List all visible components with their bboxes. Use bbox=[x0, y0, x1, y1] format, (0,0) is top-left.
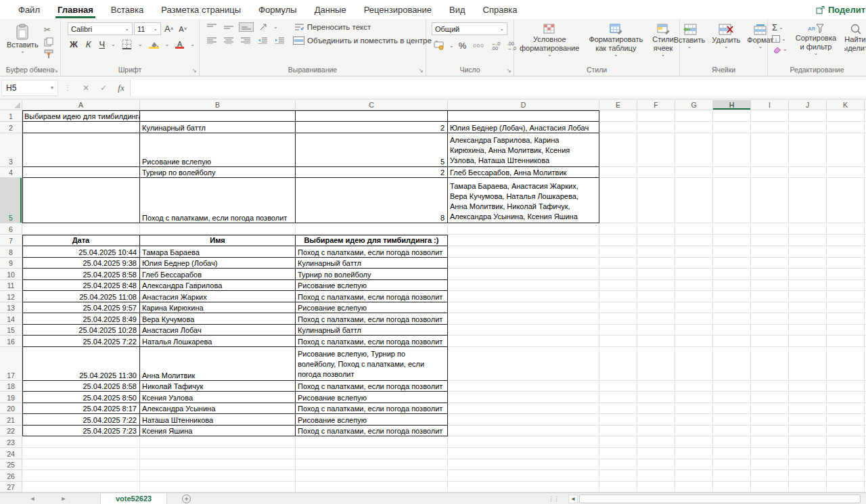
cell-d5[interactable]: Тамара Бараева, Анастасия Жарких, Вера К… bbox=[448, 178, 599, 223]
cell-d15[interactable] bbox=[448, 325, 599, 336]
cell-d19[interactable] bbox=[448, 392, 599, 403]
cell-c25[interactable] bbox=[296, 459, 448, 470]
col-header-d[interactable]: D bbox=[448, 100, 599, 110]
shrink-font-button[interactable]: А˅ bbox=[177, 24, 189, 34]
cell-a16[interactable]: 25.04.2025 7:22 bbox=[22, 336, 140, 347]
cell-c3[interactable]: 5 bbox=[296, 133, 448, 167]
cell-b27[interactable] bbox=[140, 482, 296, 492]
menu-tab-data[interactable]: Данные bbox=[306, 0, 355, 19]
cells-e9-k9[interactable] bbox=[599, 258, 866, 269]
row-header-16[interactable]: 16 bbox=[0, 336, 22, 347]
paste-button[interactable]: Вставить bbox=[4, 22, 41, 58]
cell-d2[interactable]: Юлия Беднер (Лобач), Анастасия Лобач bbox=[448, 122, 599, 133]
select-all-corner[interactable] bbox=[0, 100, 22, 110]
cells-e22-k22[interactable] bbox=[599, 426, 866, 436]
cell-a4[interactable] bbox=[22, 167, 140, 178]
col-header-i[interactable]: I bbox=[751, 100, 789, 110]
col-header-b[interactable]: B bbox=[140, 100, 296, 110]
borders-dropdown-icon[interactable] bbox=[138, 43, 143, 47]
cell-c16[interactable]: Поход с палатками, если погода позволит bbox=[296, 336, 448, 347]
underline-button[interactable]: Ч bbox=[97, 39, 107, 50]
cell-d20[interactable] bbox=[448, 403, 599, 414]
cell-a27[interactable] bbox=[22, 482, 140, 492]
cell-b8[interactable]: Тамара Бараева bbox=[140, 246, 296, 258]
accounting-format-icon[interactable] bbox=[432, 41, 447, 51]
number-format-select[interactable]: Общий bbox=[432, 22, 507, 35]
grow-font-button[interactable]: А˄ bbox=[162, 23, 175, 35]
cell-d24[interactable] bbox=[448, 448, 599, 459]
cells-e10-k10[interactable] bbox=[599, 269, 866, 280]
sort-filter-button[interactable]: АЯ Сортировкаи фильтр bbox=[793, 22, 839, 57]
cell-c17[interactable]: Рисование вслепую, Турнир по волейболу, … bbox=[296, 347, 448, 381]
row-header-21[interactable]: 21 bbox=[0, 414, 22, 426]
cell-c23[interactable] bbox=[296, 436, 448, 448]
row-header-10[interactable]: 10 bbox=[0, 269, 22, 280]
col-header-c[interactable]: C bbox=[296, 100, 448, 110]
cells-e6-k6[interactable] bbox=[599, 223, 866, 235]
cell-c10[interactable]: Турнир по волейболу bbox=[296, 269, 448, 280]
formula-input[interactable] bbox=[130, 80, 866, 96]
font-size-select[interactable]: 11 bbox=[134, 22, 161, 35]
cells-e8-k8[interactable] bbox=[599, 246, 866, 258]
cell-b1[interactable] bbox=[140, 110, 296, 122]
insert-cells-button[interactable]: Вставить bbox=[671, 22, 708, 50]
cell-a24[interactable] bbox=[22, 448, 140, 459]
cell-d26[interactable] bbox=[448, 470, 599, 482]
cell-a18[interactable]: 25.04.2025 8:58 bbox=[22, 381, 140, 392]
fill-color-dropdown-icon[interactable] bbox=[165, 43, 170, 47]
row-header-9[interactable]: 9 bbox=[0, 258, 22, 269]
borders-button[interactable] bbox=[120, 39, 134, 50]
menu-tab-help[interactable]: Справка bbox=[474, 0, 526, 19]
cell-a8[interactable]: 25.04.2025 10:44 bbox=[22, 246, 140, 258]
cells-e12-k12[interactable] bbox=[599, 291, 866, 302]
insert-dropdown-icon[interactable] bbox=[687, 45, 692, 49]
increase-indent-icon[interactable] bbox=[273, 37, 286, 45]
delete-dropdown-icon[interactable] bbox=[724, 45, 729, 49]
cell-c2[interactable]: 2 bbox=[296, 122, 448, 133]
cell-d27[interactable] bbox=[448, 482, 599, 492]
cell-a7[interactable]: Дата bbox=[22, 235, 140, 246]
format-dropdown-icon[interactable] bbox=[758, 45, 762, 49]
cell-c21[interactable]: Рисование вслепую bbox=[296, 414, 448, 426]
cell-a6[interactable] bbox=[22, 223, 140, 235]
row-header-14[interactable]: 14 bbox=[0, 313, 22, 325]
cell-c9[interactable]: Кулинарный баттл bbox=[296, 258, 448, 269]
cells-e14-k14[interactable] bbox=[599, 313, 866, 325]
name-box[interactable]: H5 ▾ bbox=[1, 80, 58, 96]
row-header-8[interactable]: 8 bbox=[0, 246, 22, 258]
col-header-j[interactable]: J bbox=[789, 100, 827, 110]
cells-e17-k17[interactable] bbox=[599, 347, 866, 381]
col-header-a[interactable]: A bbox=[22, 100, 140, 110]
increase-decimal-icon[interactable]: ←.0.00 bbox=[489, 41, 503, 51]
row-header-26[interactable]: 26 bbox=[0, 470, 22, 482]
cell-a17[interactable]: 25.04.2025 11:30 bbox=[22, 347, 140, 381]
cell-b11[interactable]: Александра Гаврилова bbox=[140, 280, 296, 291]
cell-b7[interactable]: Имя bbox=[140, 235, 296, 246]
cell-b24[interactable] bbox=[140, 448, 296, 459]
cell-d8[interactable] bbox=[448, 246, 599, 258]
align-left-icon[interactable] bbox=[205, 37, 219, 45]
cells-e13-k13[interactable] bbox=[599, 302, 866, 313]
cell-a20[interactable]: 25.04.2025 8:17 bbox=[22, 403, 140, 414]
conditional-dropdown-icon[interactable] bbox=[547, 53, 552, 57]
cell-a13[interactable]: 25.04.2025 9:57 bbox=[22, 302, 140, 313]
insert-function-icon[interactable]: fx bbox=[112, 83, 130, 93]
cells-e2-k2[interactable] bbox=[599, 122, 866, 133]
row-header-6[interactable]: 6 bbox=[0, 223, 22, 235]
cell-b10[interactable]: Глеб Бессарабов bbox=[140, 269, 296, 280]
cell-a12[interactable]: 25.04.2025 11:08 bbox=[22, 291, 140, 302]
conditional-formatting-button[interactable]: Условноеформатирование bbox=[517, 22, 582, 58]
cell-c11[interactable]: Рисование вслепую bbox=[296, 280, 448, 291]
fill-color-button[interactable] bbox=[147, 40, 161, 49]
cell-d12[interactable] bbox=[448, 291, 599, 302]
cell-c12[interactable]: Поход с палатками, если погода позволит bbox=[296, 291, 448, 302]
cell-d17[interactable] bbox=[448, 347, 599, 381]
clear-button[interactable] bbox=[772, 45, 788, 53]
cell-b18[interactable]: Николай Тафичук bbox=[140, 381, 296, 392]
alignment-dialog-launcher[interactable]: ↘ bbox=[418, 68, 424, 74]
row-header-20[interactable]: 20 bbox=[0, 403, 22, 414]
enter-icon[interactable]: ✓ bbox=[95, 83, 112, 93]
cells-e5-k5[interactable] bbox=[599, 178, 866, 223]
row-header-4[interactable]: 4 bbox=[0, 167, 22, 178]
cell-a5[interactable] bbox=[22, 178, 140, 223]
